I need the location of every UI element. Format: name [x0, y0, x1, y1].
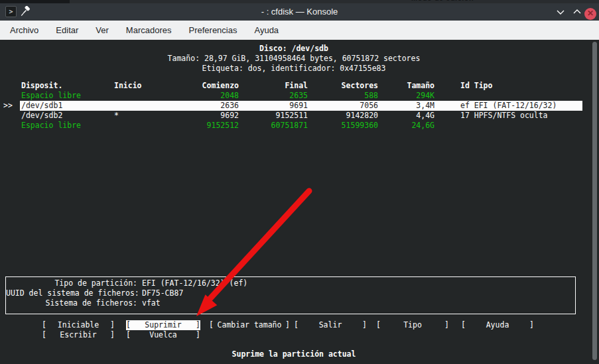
selection-pointer: >>	[3, 101, 13, 111]
bracket: [	[461, 320, 466, 330]
info-label: Tipo de partición:	[6, 278, 137, 288]
info-line: Sistema de ficheros:vfat	[6, 298, 575, 308]
bracket: ]	[362, 320, 367, 330]
bracket: [	[42, 330, 46, 340]
info-line: Tipo de partición:EFI (FAT-12/16/32) (ef…	[6, 278, 575, 288]
button-label: Escribir	[46, 330, 110, 340]
bracket: ]	[529, 320, 534, 330]
button-label: Tipo	[381, 320, 444, 330]
cell-idtype: 17 HPFS/NTFS oculta	[460, 111, 548, 121]
menu-preferencias[interactable]: Preferencias	[180, 21, 245, 40]
bracket: [	[42, 320, 46, 330]
partition-table-header: Disposit. Inicio Comienzo Final Sectores…	[0, 81, 588, 91]
bracket: ]	[196, 330, 200, 340]
cell-size: 294K	[381, 91, 434, 101]
cell-start: 2636	[172, 101, 239, 111]
bracket: ]	[110, 330, 115, 340]
table-row[interactable]: Espacio libre9152512607518715159936024,6…	[0, 121, 588, 131]
disk-label: Etiqueta: dos, identificador: 0x47155e83	[0, 64, 588, 74]
bracket: ]	[285, 320, 290, 330]
cell-start: 9692	[172, 111, 239, 121]
cell-device: Espacio libre	[21, 91, 81, 101]
info-label: Sistema de ficheros:	[6, 298, 137, 308]
info-value: EFI (FAT-12/16/32) (ef)	[142, 278, 247, 288]
cell-end: 9691	[241, 101, 308, 111]
bracket: [	[126, 320, 131, 330]
menu-editar[interactable]: Editar	[47, 21, 87, 40]
info-value: DF75-CB87	[142, 288, 183, 298]
menu-marcadores[interactable]: Marcadores	[117, 21, 180, 40]
button-escribir[interactable]: [Escribir]	[42, 330, 115, 340]
table-row[interactable]: >>/dev/sdb12636969170563,4Mef EFI (FAT-1…	[0, 101, 588, 111]
info-value: vfat	[142, 298, 161, 308]
cell-sectors: 51599360	[305, 121, 378, 131]
maximize-button[interactable]	[572, 7, 582, 17]
cell-device: Espacio libre	[21, 121, 81, 131]
partition-info-box: Tipo de partición:EFI (FAT-12/16/32) (ef…	[5, 276, 576, 314]
cell-start: 9152512	[172, 121, 239, 131]
titlebar[interactable]: - : cfdisk — Konsole > ✕	[0, 3, 599, 21]
button-label: Ayuda	[466, 320, 529, 330]
button-label: Cambiar tamaño	[214, 320, 285, 330]
cell-size: 4,4G	[381, 111, 434, 121]
cell-end: 60751871	[241, 121, 308, 131]
cell-end: 2635	[241, 91, 308, 101]
cell-sectors: 7056	[305, 101, 378, 111]
menu-archivo[interactable]: Archivo	[1, 21, 47, 40]
cell-idtype: ef EFI (FAT-12/16/32)	[460, 101, 557, 111]
disk-size: Tamaño: 28,97 GiB, 31104958464 bytes, 60…	[0, 54, 588, 64]
bracket: [	[376, 320, 381, 330]
table-row[interactable]: /dev/sdb2*9692915251191428204,4G17 HPFS/…	[0, 111, 588, 121]
close-button[interactable]: ✕	[584, 8, 596, 20]
bracket: ]	[444, 320, 449, 330]
disk-title: Disco: /dev/sdb	[0, 44, 588, 54]
minimize-button[interactable]	[555, 7, 566, 17]
button-tipo[interactable]: [Tipo]	[376, 320, 449, 330]
bracket: [	[294, 320, 299, 330]
cell-device: /dev/sdb1	[21, 101, 62, 111]
cell-start: 2048	[172, 91, 239, 101]
cell-size: 24,6G	[381, 121, 434, 131]
menu-ayuda[interactable]: Ayuda	[245, 21, 287, 40]
button-cambiar-tamaño[interactable]: [Cambiar tamaño]	[209, 320, 290, 330]
button-ayuda[interactable]: [Ayuda]	[461, 320, 534, 330]
pin-icon[interactable]	[20, 6, 31, 17]
info-line: UUID del sistema de ficheros:DF75-CB87	[6, 288, 575, 298]
cell-sectors: 9142820	[305, 111, 378, 121]
button-iniciable[interactable]: [Iniciable]	[42, 320, 115, 330]
background-window-text: Modo de edición	[411, 0, 474, 2]
cell-device: /dev/sdb2	[21, 111, 62, 121]
status-line: Suprime la partición actual	[0, 349, 588, 359]
cell-sectors: 588	[305, 91, 378, 101]
cell-boot: *	[114, 111, 119, 121]
scrollbar[interactable]	[592, 42, 597, 360]
table-row[interactable]: Espacio libre20482635588294K	[0, 91, 588, 101]
bracket: ]	[196, 320, 200, 330]
button-label: Iniciable	[46, 320, 110, 330]
button-label: Salir	[299, 320, 362, 330]
bracket: [	[126, 330, 131, 340]
button-vuelca[interactable]: [Vuelca]	[126, 330, 200, 340]
button-label: Vuelca	[131, 330, 196, 340]
window-title: - : cfdisk — Konsole	[0, 3, 599, 21]
cell-size: 3,4M	[381, 101, 434, 111]
menubar: ArchivoEditarVerMarcadoresPreferenciasAy…	[0, 21, 599, 40]
button-label: Suprimir	[131, 320, 196, 330]
bracket: [	[209, 320, 214, 330]
button-salir[interactable]: [Salir]	[294, 320, 367, 330]
bracket: ]	[110, 320, 115, 330]
screen: Modo de edición - : cfdisk — Konsole > ✕…	[0, 0, 599, 364]
terminal[interactable]: Disco: /dev/sdb Tamaño: 28,97 GiB, 31104…	[0, 40, 599, 364]
menu-ver[interactable]: Ver	[87, 21, 117, 40]
info-label: UUID del sistema de ficheros:	[6, 288, 137, 298]
konsole-icon[interactable]: >	[5, 6, 17, 17]
cell-end: 9152511	[241, 111, 308, 121]
button-suprimir[interactable]: [Suprimir]	[126, 320, 200, 330]
